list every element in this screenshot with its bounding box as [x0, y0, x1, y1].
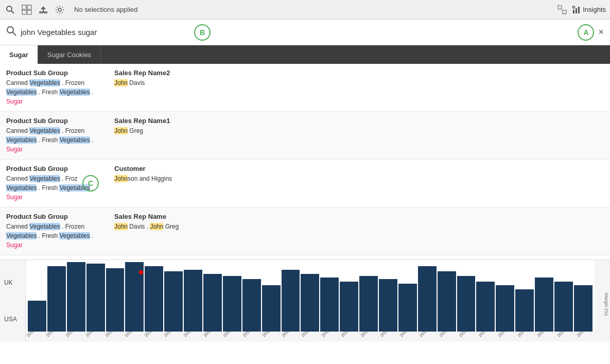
field-value: Johnson and Higgins [114, 174, 604, 183]
highlight-vegetables: Vegetables [29, 223, 60, 230]
chart-bar [457, 276, 476, 332]
svg-line-1 [11, 11, 14, 13]
chart-x-label: 2012-Oct [203, 332, 219, 338]
highlight-vegetables: Vegetables [6, 89, 37, 96]
svg-rect-12 [576, 8, 577, 13]
svg-point-14 [573, 6, 575, 8]
chart-x-label: 2012-Jun [124, 332, 141, 338]
highlight-vegetables: Vegetables [29, 127, 60, 134]
chart-bar [67, 262, 85, 332]
chart-bar [398, 284, 417, 332]
badge-b: B [194, 24, 211, 41]
chart-x-label: 2012-Apr [85, 332, 101, 338]
selection-icon[interactable] [21, 4, 33, 16]
svg-rect-5 [27, 10, 31, 14]
export-icon[interactable] [37, 4, 49, 16]
svg-point-15 [7, 27, 13, 33]
chart-bar [164, 271, 183, 332]
tab-sugar[interactable]: Sugar [0, 45, 38, 64]
result-right-4: Sales Rep Name John Davis . John Greg [114, 213, 604, 250]
chart-bar [301, 274, 319, 332]
results-area: Product Sub Group Canned Vegetables . Fr… [0, 64, 610, 259]
result-right-2: Sales Rep Name1 John Greg [114, 117, 604, 154]
search-input[interactable] [21, 28, 571, 37]
chart-bar [379, 279, 397, 332]
field-label: Sales Rep Name2 [114, 69, 604, 77]
chart-bar [438, 271, 456, 332]
chart-bars [26, 260, 595, 332]
highlight-john: John [114, 79, 128, 86]
chart-bar [262, 285, 281, 332]
result-left-3: Product Sub Group Canned Vegetables . Fr… [6, 165, 114, 202]
result-right-3: Customer Johnson and Higgins [114, 165, 604, 202]
field-label: Product Sub Group [6, 117, 106, 125]
highlight-sugar: Sugar [6, 194, 23, 201]
search-toolbar-icon[interactable] [4, 4, 16, 16]
highlight-vegetables: Vegetables [6, 184, 37, 192]
highlight-vegetables: Vegetables [6, 136, 37, 144]
chart-bar [223, 276, 241, 332]
svg-rect-7 [40, 12, 47, 13]
table-row: Product Sub Group Canned Vegetables . Fr… [0, 160, 610, 207]
svg-rect-4 [22, 10, 26, 14]
highlight-vegetables: Vegetables [29, 79, 60, 86]
chart-bar [476, 282, 495, 332]
svg-rect-2 [22, 5, 26, 9]
chart-bar [184, 270, 202, 332]
chart-area: UK USA Sales 2012-Jan2012-Feb2012-Mar201… [0, 259, 610, 342]
field-label: Product Sub Group [6, 165, 106, 172]
close-search-button[interactable]: × [598, 27, 604, 38]
svg-point-0 [7, 6, 12, 11]
chart-bar [282, 270, 300, 332]
field-value: Canned Vegetables . Frozen Vegetables . … [6, 126, 106, 154]
chart-x-label: 2014-Mar [517, 332, 533, 338]
chart-x-label: 2014-May [556, 332, 573, 338]
chart-x-label: 2013-Nov [439, 332, 455, 338]
search-bar: A B × [0, 20, 610, 45]
highlight-john: John [114, 175, 128, 182]
field-value: John Greg [114, 126, 604, 135]
badge-a: A [578, 24, 594, 41]
tab-sugar-cookies[interactable]: Sugar Cookies [38, 45, 101, 64]
chart-x-label: 2013-Mar [281, 332, 298, 338]
chart-bar [28, 301, 46, 332]
chart-bar [145, 266, 163, 332]
chart-bar [554, 282, 573, 332]
chart-bar [106, 268, 125, 332]
chart-x-label: 2013-Feb [262, 332, 278, 338]
svg-point-8 [58, 8, 61, 11]
table-row: Product Sub Group Canned Vegetables . Fr… [0, 64, 610, 112]
chart-x-label: 2013-Aug [379, 332, 396, 338]
svg-line-16 [13, 32, 16, 36]
chart-y-labels: UK USA [0, 260, 26, 342]
chart-x-label: 2013-Jun [340, 332, 357, 338]
highlight-vegetables: Vegetables [59, 136, 90, 144]
chart-x-label: 2013-Jul [360, 332, 376, 338]
table-row: Product Sub Group Canned Vegetables . Fr… [0, 112, 610, 160]
highlight-vegetables: Vegetables [6, 232, 37, 239]
result-right-1: Sales Rep Name2 John Davis [114, 69, 604, 106]
field-label: Product Sub Group [6, 69, 106, 77]
chart-x-label: 2014-Jun [576, 332, 592, 338]
chart-x-label: 2012-Dec [242, 332, 258, 338]
chart-x-label: 2014-Feb [497, 332, 514, 338]
chart-bar [418, 266, 437, 332]
chart-bar [496, 285, 514, 332]
settings-icon[interactable] [54, 4, 66, 16]
field-value: Canned Vegetables . Frozen Vegetables . … [6, 78, 106, 106]
chart-x-label: 2012-Mar [65, 332, 81, 338]
chart-x-label: 2014-Apr [536, 332, 553, 338]
field-label: Sales Rep Name [114, 213, 604, 220]
fullscreen-icon[interactable] [556, 4, 568, 16]
search-icon [6, 26, 16, 39]
toolbar-right: Insights [556, 4, 606, 16]
insights-button[interactable]: Insights [572, 6, 606, 14]
chart-x-label: 2012-Jan [26, 332, 42, 338]
field-value: John Davis . John Greg [114, 222, 604, 231]
highlight-john: John [114, 127, 128, 134]
chart-x-label: 2012-Aug [163, 332, 180, 338]
result-left-4: Product Sub Group Canned Vegetables . Fr… [6, 213, 114, 250]
chart-bar [515, 289, 534, 332]
highlight-vegetables: Vegetables [59, 232, 90, 239]
highlight-vegetables: Vegetables [59, 89, 90, 96]
